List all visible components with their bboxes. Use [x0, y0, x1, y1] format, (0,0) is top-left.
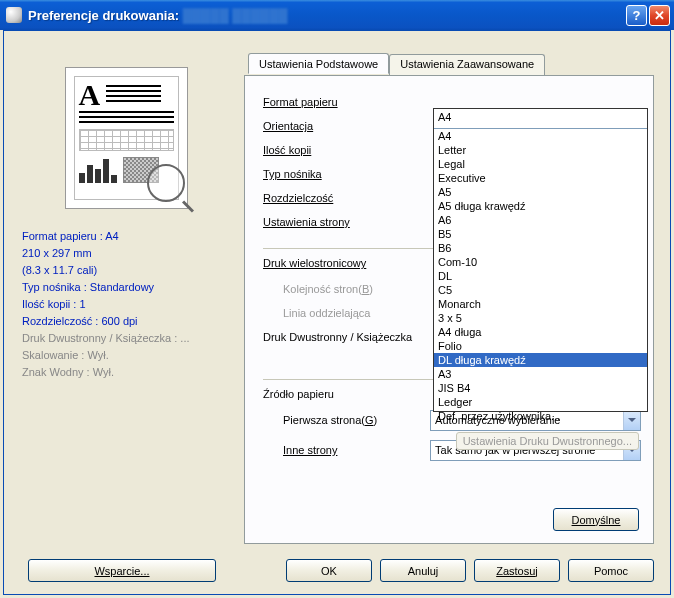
dialog-body: A Format papieru : A4 210 x 297 mm [3, 30, 671, 595]
paper-format-dropdown[interactable]: A4 A4LetterLegalExecutiveA5A5 długa kraw… [433, 108, 648, 412]
info-duplex: Druk Dwustronny / Książeczka : ... [22, 331, 230, 345]
paper-format-option[interactable]: A4 [434, 129, 647, 143]
tab-basic[interactable]: Ustawienia Podstawowe [248, 53, 389, 74]
paper-format-option[interactable]: JIS B4 [434, 381, 647, 395]
paper-format-option[interactable]: 3 x 5 [434, 311, 647, 325]
info-dim-mm: 210 x 297 mm [22, 246, 230, 260]
label-first-page: Pierwsza strona(G) [263, 414, 430, 426]
paper-format-option[interactable]: Executive [434, 171, 647, 185]
ok-button[interactable]: OK [286, 559, 372, 582]
paper-format-option[interactable]: Com-10 [434, 255, 647, 269]
printer-icon [6, 7, 22, 23]
info-resolution: Rozdzielczość : 600 dpi [22, 314, 230, 328]
titlebar: Preferencje drukowania: █████ ██████ ? ✕ [0, 0, 674, 30]
label-media-type: Typ nośnika [263, 168, 433, 180]
paper-format-option[interactable]: C5 [434, 283, 647, 297]
paper-format-option[interactable]: Monarch [434, 297, 647, 311]
label-paper-format: Format papieru [263, 96, 433, 108]
bottom-button-bar: Wsparcie... OK Anuluj Zastosuj Pomoc [20, 559, 654, 582]
label-resolution: Rozdzielczość [263, 192, 433, 204]
paper-format-option[interactable]: DL długa krawędź [434, 353, 647, 367]
info-copies: Ilość kopii : 1 [22, 297, 230, 311]
cancel-button[interactable]: Anuluj [380, 559, 466, 582]
info-watermark: Znak Wodny : Wył. [22, 365, 230, 379]
paper-format-option[interactable]: Def. przez użytkownika... [434, 409, 647, 423]
info-paper: Format papieru : A4 [22, 229, 230, 243]
info-dim-in: (8.3 x 11.7 cali) [22, 263, 230, 277]
label-copies: Ilość kopii [263, 144, 433, 156]
tabs-area: Ustawienia Podstawowe Ustawienia Zaawans… [244, 53, 654, 544]
paper-format-option[interactable]: Legal [434, 157, 647, 171]
paper-format-value: A4 [434, 109, 647, 128]
left-panel: A Format papieru : A4 210 x 297 mm [22, 67, 230, 382]
paper-format-option[interactable]: Letter [434, 143, 647, 157]
label-border-line: Linia oddzielająca [263, 307, 433, 319]
summary-info: Format papieru : A4 210 x 297 mm (8.3 x … [22, 229, 230, 379]
info-media: Typ nośnika : Standardowy [22, 280, 230, 294]
paper-format-combo[interactable]: A4 [434, 109, 647, 129]
label-page-order: Kolejność stron(B) [263, 283, 433, 295]
paper-format-option[interactable]: A5 [434, 185, 647, 199]
tab-advanced[interactable]: Ustawienia Zaawansowane [389, 54, 545, 75]
close-button[interactable]: ✕ [649, 5, 670, 26]
help-button-bottom[interactable]: Pomoc [568, 559, 654, 582]
paper-format-option[interactable]: A4 długa [434, 325, 647, 339]
paper-format-option[interactable]: DL [434, 269, 647, 283]
help-button[interactable]: ? [626, 5, 647, 26]
page-preview: A [65, 67, 188, 209]
support-button[interactable]: Wsparcie... [28, 559, 216, 582]
apply-button[interactable]: Zastosuj [474, 559, 560, 582]
magnifier-icon [147, 164, 197, 214]
paper-format-option[interactable]: A6 [434, 213, 647, 227]
paper-format-option[interactable]: B6 [434, 241, 647, 255]
defaults-button[interactable]: Domyślne [553, 508, 639, 531]
label-page-setup: Ustawienia strony [263, 216, 433, 228]
label-other-pages: Inne strony [263, 444, 430, 456]
tab-basic-body: Format papieru Orientacja Ilość kopii Ty… [244, 75, 654, 544]
paper-format-option[interactable]: A3 [434, 367, 647, 381]
paper-format-option[interactable]: A5 długa krawędź [434, 199, 647, 213]
paper-format-option[interactable]: Ledger [434, 395, 647, 409]
duplex-settings-button: Ustawienia Druku Dwustronnego... [456, 432, 639, 450]
window-title: Preferencje drukowania: █████ ██████ [28, 8, 624, 23]
paper-format-option[interactable]: B5 [434, 227, 647, 241]
paper-format-option[interactable]: Folio [434, 339, 647, 353]
info-scaling: Skalowanie : Wył. [22, 348, 230, 362]
label-orientation: Orientacja [263, 120, 433, 132]
